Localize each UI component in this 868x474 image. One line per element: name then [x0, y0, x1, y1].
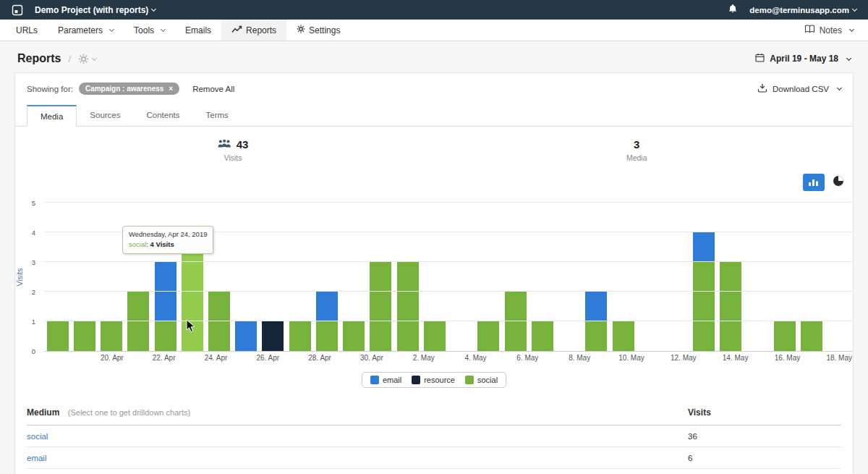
bar-segment-social[interactable] [505, 292, 527, 351]
bar-chart-toggle-button[interactable] [803, 174, 825, 191]
summary-stats: 43 Visits 3 Media [15, 138, 853, 169]
bar-segment-social[interactable] [532, 321, 553, 351]
bar-slot[interactable] [502, 203, 529, 351]
x-tick-label [697, 354, 723, 365]
bar-segment-social[interactable] [397, 262, 419, 351]
x-tick-label [177, 354, 203, 365]
table-row: social 36 [27, 426, 841, 447]
bar-segment-social[interactable] [801, 321, 822, 351]
notifications-bell-icon[interactable] [728, 4, 738, 17]
pie-chart-toggle-button[interactable] [833, 175, 844, 190]
bar-segment-social[interactable] [289, 321, 311, 351]
remove-tag-icon[interactable]: × [169, 85, 173, 93]
tooltip-series-name: social [129, 240, 146, 248]
x-tick-label: 28. Apr [307, 354, 333, 365]
user-account-menu[interactable]: demo@terminusapp.com [749, 6, 856, 14]
bar-segment-social[interactable] [774, 321, 796, 351]
bar-segment-social[interactable] [101, 321, 122, 351]
nav-item-urls[interactable]: URLs [6, 20, 48, 41]
legend-item-resource[interactable]: resource [412, 376, 455, 384]
bar-slot[interactable] [44, 203, 71, 351]
bar-slot[interactable] [825, 203, 852, 351]
project-switcher[interactable]: Demo Project (with reports) [35, 5, 156, 15]
tab-contents[interactable]: Contents [134, 105, 193, 126]
bar-slot[interactable] [583, 203, 610, 351]
bar-segment-social[interactable] [477, 321, 499, 351]
tooltip-date: Wednesday, Apr 24, 2019 [129, 229, 207, 240]
bar-slot[interactable] [691, 203, 718, 351]
bar-segment-social[interactable] [720, 262, 741, 351]
bar-segment-social[interactable] [47, 321, 69, 351]
nav-item-parameters[interactable]: Parameters [48, 20, 124, 41]
bar-slot[interactable] [394, 203, 421, 351]
bar-slot[interactable] [718, 203, 744, 351]
nav-item-tools[interactable]: Tools [124, 20, 175, 41]
x-tick-label: 4. May [463, 354, 489, 365]
bar-slot[interactable] [771, 203, 798, 351]
bar-segment-social[interactable] [74, 321, 95, 351]
bar-segment-social[interactable] [693, 262, 715, 351]
report-settings-dropdown[interactable] [78, 54, 96, 64]
medium-link-social[interactable]: social [27, 432, 48, 441]
filter-tag-campaign-awareness[interactable]: Campaign : awareness × [79, 82, 179, 95]
bar-segment-social[interactable] [316, 321, 338, 351]
tab-terms[interactable]: Terms [193, 105, 242, 126]
bar-segment-social[interactable] [127, 292, 149, 351]
nav-item-emails[interactable]: Emails [175, 20, 221, 41]
bar-slot[interactable] [313, 203, 340, 351]
bar-segment-email[interactable] [155, 262, 176, 321]
bar-segment-social[interactable] [585, 321, 607, 351]
nav-item-settings[interactable]: Settings [286, 20, 350, 41]
medium-link-email[interactable]: email [27, 454, 46, 462]
legend-item-email[interactable]: email [370, 376, 401, 384]
bar-slot[interactable] [367, 203, 394, 351]
bar-slot[interactable] [556, 203, 582, 351]
bar-slot[interactable] [98, 203, 124, 351]
chevron-down-icon [849, 27, 854, 32]
bar-segment-resource[interactable] [262, 321, 284, 351]
bar-slot[interactable] [744, 203, 771, 351]
notes-menu[interactable]: Notes [804, 25, 854, 35]
nav-item-reports[interactable]: Reports [221, 20, 286, 41]
bar-segment-email[interactable] [693, 232, 715, 262]
bar-slot[interactable] [637, 203, 663, 351]
bar-slot[interactable] [71, 203, 98, 351]
tab-sources[interactable]: Sources [77, 105, 133, 126]
bar-slot[interactable] [260, 203, 286, 351]
bar-slot[interactable] [341, 203, 367, 351]
bar-segment-social[interactable] [424, 321, 446, 351]
x-tick-label [540, 354, 566, 365]
gridline [44, 202, 852, 203]
bar-slot[interactable] [529, 203, 556, 351]
bar-slot[interactable] [286, 203, 313, 351]
bar-segment-social[interactable] [343, 321, 365, 351]
x-tick-label [125, 354, 151, 365]
x-tick-label: 26. Apr [255, 354, 281, 365]
tab-media[interactable]: Media [27, 105, 77, 127]
bar-slot[interactable] [475, 203, 502, 351]
bar-slot[interactable] [663, 203, 690, 351]
top-bar: Demo Project (with reports) demo@terminu… [0, 0, 868, 20]
x-tick-label: 24. Apr [203, 354, 229, 365]
date-range-picker[interactable]: April 19 - May 18 [755, 53, 851, 64]
bar-segment-email[interactable] [316, 292, 338, 321]
bar-segment-social[interactable] [370, 262, 391, 351]
remove-all-button[interactable]: Remove All [192, 85, 234, 93]
legend-swatch-email [370, 376, 379, 384]
x-tick-label: 22. Apr [151, 354, 177, 365]
app-logo-icon[interactable] [12, 4, 23, 16]
bar-segment-social[interactable] [155, 321, 176, 351]
bar-slot[interactable] [421, 203, 448, 351]
download-csv-button[interactable]: Download CSV [757, 83, 841, 94]
bar-segment-social[interactable] [208, 292, 230, 351]
bar-slot[interactable] [799, 203, 825, 351]
filter-bar: Showing for: Campaign : awareness × Remo… [15, 73, 853, 103]
bar-segment-email[interactable] [235, 321, 257, 351]
y-tick-label: 0 [32, 347, 35, 355]
bar-segment-social[interactable] [613, 321, 634, 351]
bar-slot[interactable] [448, 203, 475, 351]
bar-slot[interactable] [233, 203, 260, 351]
bar-segment-email[interactable] [585, 292, 607, 321]
legend-item-social[interactable]: social [465, 376, 498, 384]
bar-slot[interactable] [610, 203, 637, 351]
